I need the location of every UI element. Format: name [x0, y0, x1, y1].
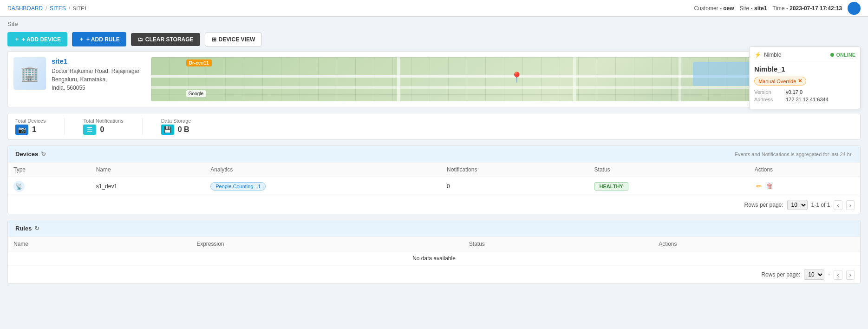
add-device-button[interactable]: ＋ + ADD DEVICE: [7, 32, 67, 46]
rules-section-header: Rules ↻: [8, 220, 860, 237]
rules-rows-per-page-select[interactable]: 10 25 50: [804, 270, 824, 280]
devices-section: Devices ↻ Events and Notifications is ag…: [7, 145, 861, 214]
site-info-left: 🏢 site1 Doctor Rajkumar Road, Rajajinaga…: [13, 57, 144, 101]
site-logo: 🏢: [13, 57, 46, 90]
customer-info: Customer - oew: [694, 5, 734, 12]
col-analytics: Analytics: [205, 163, 441, 177]
stat-total-devices: Total Devices 📷 1: [15, 118, 46, 135]
time-info: Time - 2023-07-17 17:42:13: [772, 5, 842, 12]
nimble-status: ONLINE: [830, 52, 855, 58]
no-data-cell: No data available: [8, 251, 860, 266]
page-title: Site: [0, 17, 868, 29]
map-pin: 📍: [510, 72, 523, 84]
notifications-icon: ☰: [83, 125, 96, 135]
breadcrumb-current: SITE1: [73, 6, 87, 11]
device-view-icon: ⊞: [212, 36, 216, 43]
site-name: site1: [52, 57, 141, 65]
rules-table-header-row: Name Expression Status Actions: [8, 237, 860, 251]
nimble-version-label: Version: [754, 89, 782, 95]
clear-storage-button[interactable]: 🗂 CLEAR STORAGE: [131, 33, 200, 46]
rules-pagination-info: -: [828, 271, 830, 278]
rule-col-actions: Actions: [653, 237, 860, 251]
device-analytics-cell: People Counting - 1: [205, 177, 441, 196]
breadcrumb-sites[interactable]: SITES: [50, 5, 66, 12]
add-rule-icon: ＋: [78, 35, 84, 43]
site-details: site1 Doctor Rajkumar Road, Rajajinagar,…: [52, 57, 141, 92]
edit-device-icon[interactable]: ✏: [756, 182, 762, 190]
stat-data-storage: Data Storage 💾 0 B: [161, 118, 191, 135]
rules-title: Rules ↻: [15, 225, 39, 232]
device-status-cell: HEALTHY: [589, 177, 749, 196]
override-close-icon[interactable]: ✕: [798, 78, 802, 84]
devices-refresh-icon[interactable]: ↻: [41, 151, 46, 158]
map-tag: Dr-cen11: [186, 59, 212, 66]
rules-rows-per-page-label: Rows per page:: [761, 271, 800, 278]
rows-per-page-label: Rows per page:: [744, 202, 783, 208]
add-device-icon: ＋: [14, 35, 20, 43]
top-right-info: Customer - oew Site - site1 Time - 2023-…: [694, 2, 861, 15]
storage-stat-icon: 💾: [161, 125, 174, 135]
device-view-button[interactable]: ⊞ DEVICE VIEW: [205, 33, 262, 46]
devices-icon: 📷: [15, 125, 28, 135]
col-status: Status: [589, 163, 749, 177]
rules-table: Name Expression Status Actions No data a…: [8, 237, 860, 266]
delete-device-icon[interactable]: 🗑: [766, 182, 773, 190]
next-page-button[interactable]: ›: [846, 200, 855, 210]
nimble-address-label: Address: [754, 97, 782, 102]
rule-col-name: Name: [8, 237, 191, 251]
devices-table: Type Name Analytics Notifications Status…: [8, 163, 860, 196]
nimble-address-value: 172.31.12.41:6344: [786, 97, 829, 102]
breadcrumb-sep-1: /: [46, 6, 47, 11]
site-info-label: Site - site1: [740, 5, 767, 12]
device-name-cell: s1_dev1: [91, 177, 205, 196]
storage-icon: 🗂: [137, 36, 143, 43]
rule-col-status: Status: [463, 237, 653, 251]
user-avatar-button[interactable]: 👤: [848, 2, 861, 15]
analytics-badge: People Counting - 1: [210, 182, 266, 191]
devices-title: Devices ↻: [15, 151, 46, 158]
site-address-line2: Bengaluru, Karnataka,: [52, 75, 141, 84]
breadcrumb-dashboard[interactable]: DASHBOARD: [7, 5, 43, 12]
rules-section: Rules ↻ Name Expression Status Actions N…: [7, 220, 861, 284]
device-type-cell: 📡: [8, 177, 91, 196]
prev-page-button[interactable]: ‹: [834, 200, 842, 210]
nimble-address-row: Address 172.31.12.41:6344: [754, 97, 855, 102]
nimble-title: ⚡ Nimble: [754, 52, 781, 58]
nimble-panel: ⚡ Nimble ONLINE Nimble_1 Manual Override…: [749, 46, 861, 109]
device-actions-cell: ✏ 🗑: [749, 177, 860, 196]
main-content: 🏢 site1 Doctor Rajkumar Road, Rajajinaga…: [0, 51, 868, 297]
nimble-override-badge: Manual Override ✕: [754, 77, 806, 86]
col-name: Name: [91, 163, 205, 177]
rules-refresh-icon[interactable]: ↻: [34, 225, 39, 232]
col-notifications: Notifications: [441, 163, 589, 177]
site-address-line1: Doctor Rajkumar Road, Rajajinagar,: [52, 67, 141, 75]
online-label: ONLINE: [836, 52, 855, 58]
col-actions: Actions: [749, 163, 860, 177]
site-info-row: 🏢 site1 Doctor Rajkumar Road, Rajajinaga…: [7, 51, 861, 107]
toolbar: ＋ + ADD DEVICE ＋ + ADD RULE 🗂 CLEAR STOR…: [0, 29, 868, 51]
stat-total-notifications: Total Notifications ☰ 0: [83, 118, 123, 135]
nimble-icon: ⚡: [754, 52, 761, 58]
rule-col-expression: Expression: [191, 237, 463, 251]
online-dot: [830, 53, 834, 57]
devices-pagination: Rows per page: 10 25 50 1-1 of 1 ‹ ›: [8, 196, 860, 214]
rules-pagination: Rows per page: 10 25 50 - ‹ ›: [8, 266, 860, 283]
status-badge: HEALTHY: [594, 182, 628, 191]
devices-section-note: Events and Notifications is aggregated f…: [735, 151, 853, 157]
table-row: 📡 s1_dev1 People Counting - 1 0 HEALTHY …: [8, 177, 860, 196]
col-type: Type: [8, 163, 91, 177]
nimble-device-name: Nimble_1: [754, 65, 855, 73]
rules-prev-page-button[interactable]: ‹: [834, 270, 842, 280]
rules-next-page-button[interactable]: ›: [846, 270, 855, 280]
device-type-icon: 📡: [13, 181, 25, 192]
devices-section-header: Devices ↻ Events and Notifications is ag…: [8, 146, 860, 163]
map-label-google: Google: [186, 90, 206, 97]
nimble-version-row: Version v0.17.0: [754, 89, 855, 95]
devices-table-header-row: Type Name Analytics Notifications Status…: [8, 163, 860, 177]
no-data-row: No data available: [8, 251, 860, 266]
add-rule-button[interactable]: ＋ + ADD RULE: [72, 32, 126, 46]
breadcrumb: DASHBOARD / SITES / SITE1: [7, 5, 87, 12]
stats-row: Total Devices 📷 1 Total Notifications ☰ …: [7, 113, 861, 140]
rows-per-page-select[interactable]: 10 25 50: [787, 200, 808, 210]
top-nav-bar: DASHBOARD / SITES / SITE1 Customer - oew…: [0, 0, 868, 17]
